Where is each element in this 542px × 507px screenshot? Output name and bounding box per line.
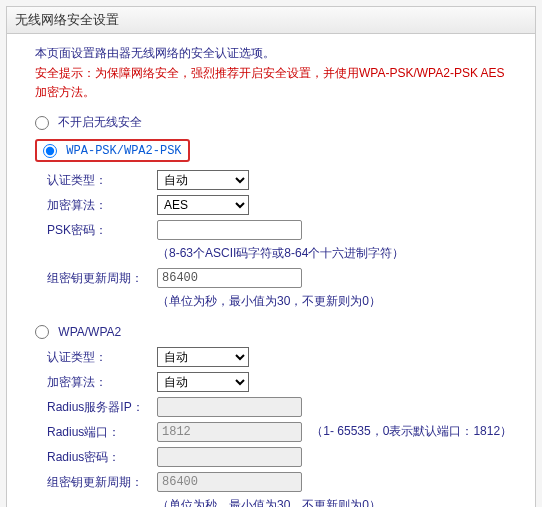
- input-wpa-group-rekey[interactable]: [157, 472, 302, 492]
- label-wpa-enc-alg: 加密算法：: [47, 372, 157, 391]
- radio-wpa[interactable]: [35, 325, 49, 339]
- radio-disable-security[interactable]: [35, 116, 49, 130]
- option-label-disable: 不开启无线安全: [58, 115, 142, 129]
- wpa-psk-subform: 认证类型： 自动 加密算法： AES PSK密码：: [47, 170, 517, 310]
- label-auth-type: 认证类型：: [47, 170, 157, 189]
- label-psk-password: PSK密码：: [47, 220, 157, 239]
- wpa-subform: 认证类型： 自动 加密算法： 自动 Radius服务器IP：: [47, 347, 517, 507]
- highlight-box: WPA-PSK/WPA2-PSK: [35, 139, 190, 162]
- intro-description: 本页面设置路由器无线网络的安全认证选项。: [35, 44, 517, 62]
- radio-wpa-psk[interactable]: [43, 144, 57, 158]
- select-wpa-auth-type[interactable]: 自动: [157, 347, 249, 367]
- intro-warning: 安全提示：为保障网络安全，强烈推荐开启安全设置，并使用WPA-PSK/WPA2-…: [35, 64, 505, 102]
- option-label-wpa-psk: WPA-PSK/WPA2-PSK: [66, 144, 181, 158]
- label-wpa-auth-type: 认证类型：: [47, 347, 157, 366]
- panel-title: 无线网络安全设置: [7, 7, 535, 34]
- select-auth-type[interactable]: 自动: [157, 170, 249, 190]
- panel-body: 本页面设置路由器无线网络的安全认证选项。 安全提示：为保障网络安全，强烈推荐开启…: [7, 34, 535, 507]
- select-enc-alg[interactable]: AES: [157, 195, 249, 215]
- option-disable-security: 不开启无线安全: [35, 114, 517, 131]
- hint-radius-port: （1- 65535，0表示默认端口：1812）: [311, 424, 512, 438]
- security-settings-panel: 无线网络安全设置 本页面设置路由器无线网络的安全认证选项。 安全提示：为保障网络…: [6, 6, 536, 507]
- label-radius-port: Radius端口：: [47, 422, 157, 441]
- select-wpa-enc-alg[interactable]: 自动: [157, 372, 249, 392]
- input-radius-ip[interactable]: [157, 397, 302, 417]
- label-radius-ip: Radius服务器IP：: [47, 397, 157, 416]
- input-radius-password[interactable]: [157, 447, 302, 467]
- input-radius-port[interactable]: [157, 422, 302, 442]
- option-wpa: WPA/WPA2: [35, 324, 517, 339]
- hint-wpa-group-rekey: （单位为秒，最小值为30，不更新则为0）: [157, 497, 517, 507]
- hint-psk-password: （8-63个ASCII码字符或8-64个十六进制字符）: [157, 245, 517, 262]
- label-radius-password: Radius密码：: [47, 447, 157, 466]
- option-wpa-psk: WPA-PSK/WPA2-PSK: [35, 139, 517, 162]
- label-enc-alg: 加密算法：: [47, 195, 157, 214]
- input-psk-password[interactable]: [157, 220, 302, 240]
- option-label-wpa: WPA/WPA2: [58, 325, 121, 339]
- label-group-rekey: 组密钥更新周期：: [47, 268, 157, 287]
- hint-group-rekey: （单位为秒，最小值为30，不更新则为0）: [157, 293, 517, 310]
- input-group-rekey[interactable]: [157, 268, 302, 288]
- label-wpa-group-rekey: 组密钥更新周期：: [47, 472, 157, 491]
